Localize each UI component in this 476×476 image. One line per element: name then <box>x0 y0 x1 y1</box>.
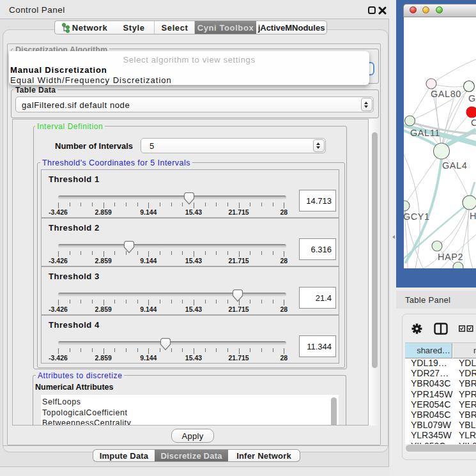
svg-text:HAP2: HAP2 <box>438 252 463 262</box>
svg-text:H: H <box>470 211 476 221</box>
svg-text:GCY1: GCY1 <box>404 211 430 222</box>
svg-text:C: C <box>471 118 476 128</box>
svg-text:GAL11: GAL11 <box>410 128 440 138</box>
svg-text:GAL4: GAL4 <box>442 160 467 171</box>
svg-text:GA: GA <box>468 93 476 104</box>
svg-text:GAL80: GAL80 <box>431 89 461 99</box>
